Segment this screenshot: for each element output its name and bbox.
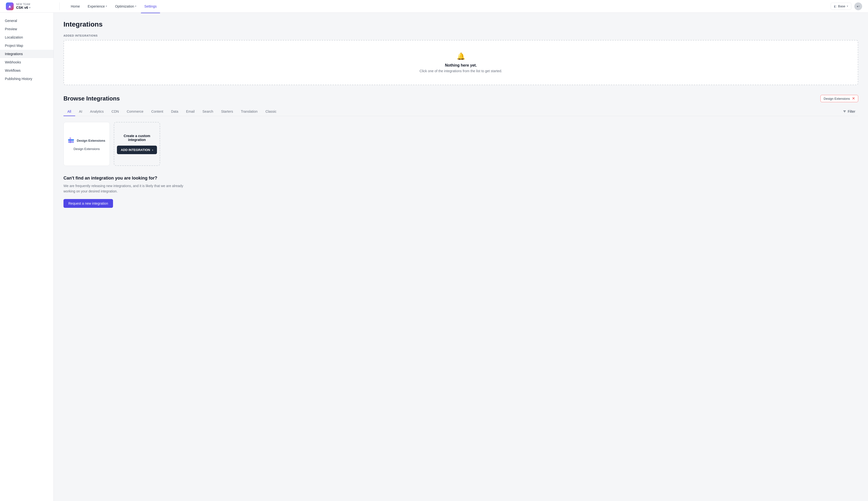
- filter-button[interactable]: Filter: [840, 108, 858, 115]
- tab-email[interactable]: Email: [182, 107, 198, 116]
- base-selector[interactable]: ◧ Base ▾: [831, 3, 851, 10]
- added-integrations-label: ADDED INTEGRATIONS: [63, 34, 858, 37]
- empty-title: Nothing here yet.: [70, 63, 852, 67]
- design-extensions-icon: [68, 137, 75, 144]
- sidebar-item-general[interactable]: General: [0, 17, 53, 25]
- sidebar-item-project-map[interactable]: Project Map: [0, 42, 53, 50]
- nav-settings[interactable]: Settings: [141, 3, 160, 10]
- tab-analytics[interactable]: Analytics: [86, 107, 108, 116]
- filter-icon: [843, 110, 846, 113]
- request-integration-button[interactable]: Request a new integration: [63, 199, 113, 208]
- tab-translation[interactable]: Translation: [237, 107, 262, 116]
- active-filter-chip[interactable]: Design Extensions ✕: [820, 95, 858, 102]
- top-navigation: ▲ NEW TEAM CSK v6 ▾ Home Experience ▾ Op…: [0, 0, 868, 13]
- base-chevron-icon: ▾: [847, 4, 848, 8]
- avatar-chevron-icon: ▾: [858, 4, 860, 8]
- browse-title: Browse Integrations: [63, 95, 120, 102]
- tab-search[interactable]: Search: [198, 107, 217, 116]
- bell-icon: 🔔: [70, 52, 852, 60]
- svg-rect-5: [70, 137, 71, 143]
- user-avatar[interactable]: ● ▾: [854, 2, 862, 10]
- tab-starters[interactable]: Starters: [217, 107, 237, 116]
- add-integration-button[interactable]: ADD INTEGRATION ›: [117, 146, 157, 154]
- browse-header: Browse Integrations Design Extensions ✕: [63, 95, 858, 102]
- cant-find-title: Can't find an integration you are lookin…: [63, 175, 858, 181]
- custom-card-title: Create a custom integration: [118, 134, 156, 142]
- empty-subtitle: Click one of the integrations from the l…: [70, 69, 852, 73]
- tab-all[interactable]: All: [63, 107, 75, 116]
- sidebar-item-webhooks[interactable]: Webhooks: [0, 58, 53, 66]
- added-integrations-empty: 🔔 Nothing here yet. Click one of the int…: [63, 40, 858, 85]
- main-content: Integrations ADDED INTEGRATIONS 🔔 Nothin…: [54, 13, 868, 501]
- cant-find-description: We are frequently releasing new integrat…: [63, 183, 190, 194]
- project-name[interactable]: CSK v6 ▾: [16, 6, 31, 10]
- filter-label: Filter: [848, 109, 855, 114]
- tab-data[interactable]: Data: [167, 107, 182, 116]
- sidebar-item-integrations[interactable]: Integrations: [0, 50, 53, 58]
- base-selector-icon: ◧: [834, 4, 837, 8]
- integrations-grid: Design Extensions Design Extensions Crea…: [63, 122, 858, 166]
- filter-chip-label: Design Extensions: [824, 97, 850, 100]
- custom-integration-card: Create a custom integration ADD INTEGRAT…: [114, 122, 160, 166]
- page-title: Integrations: [63, 21, 858, 28]
- nav-experience[interactable]: Experience ▾: [84, 3, 111, 10]
- experience-chevron-icon: ▾: [106, 4, 107, 8]
- de-card-name: Design Extensions: [73, 147, 100, 151]
- nav-links: Home Experience ▾ Optimization ▾ Setting…: [67, 3, 831, 10]
- de-card-logo-text: Design Extensions: [77, 139, 105, 142]
- tab-classic[interactable]: Classic: [261, 107, 280, 116]
- sidebar-item-localization[interactable]: Localization: [0, 33, 53, 42]
- sidebar-item-preview[interactable]: Preview: [0, 25, 53, 33]
- main-layout: General Preview Localization Project Map…: [0, 13, 868, 501]
- category-tabs: All AI Analytics CDN Commerce Content Da…: [63, 107, 858, 116]
- sidebar-item-workflows[interactable]: Workflows: [0, 66, 53, 75]
- brand-logo-icon: ▲: [6, 2, 14, 10]
- optimization-chevron-icon: ▾: [135, 4, 136, 8]
- tab-commerce[interactable]: Commerce: [123, 107, 147, 116]
- team-label: NEW TEAM: [16, 3, 31, 6]
- cant-find-section: Can't find an integration you are lookin…: [63, 175, 858, 208]
- nav-optimization[interactable]: Optimization ▾: [112, 3, 140, 10]
- filter-clear-icon[interactable]: ✕: [852, 97, 855, 100]
- integration-card-design-extensions[interactable]: Design Extensions Design Extensions: [63, 122, 110, 166]
- nav-right-area: ◧ Base ▾ ● ▾: [831, 2, 862, 10]
- project-chevron-icon: ▾: [29, 6, 31, 9]
- tab-content[interactable]: Content: [147, 107, 167, 116]
- sidebar-item-publishing-history[interactable]: Publishing History: [0, 75, 53, 83]
- brand-area[interactable]: ▲ NEW TEAM CSK v6 ▾: [6, 2, 60, 10]
- sidebar: General Preview Localization Project Map…: [0, 13, 54, 501]
- nav-home[interactable]: Home: [67, 3, 83, 10]
- tab-ai[interactable]: AI: [75, 107, 86, 116]
- add-btn-arrow-icon: ›: [152, 148, 153, 152]
- tab-cdn[interactable]: CDN: [108, 107, 123, 116]
